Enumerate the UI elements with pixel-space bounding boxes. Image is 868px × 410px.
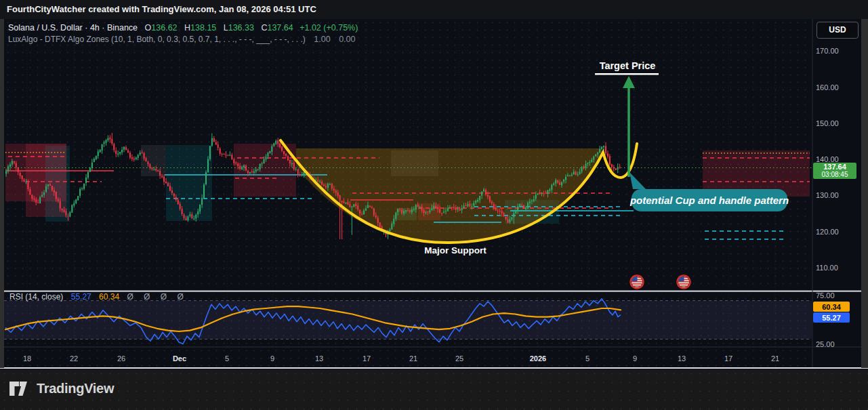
svg-text:9: 9	[633, 354, 637, 363]
change-value: +1.02 (+0.75%)	[299, 23, 358, 33]
symbol-legend-row[interactable]: Solana / U.S. Dollar · 4h · Binance O136…	[8, 22, 358, 33]
left-edge-strip	[0, 19, 4, 368]
open-value: 136.62	[151, 23, 177, 33]
economic-event-flag-icon[interactable]	[677, 275, 690, 288]
svg-text:5: 5	[225, 354, 229, 363]
svg-text:26: 26	[117, 354, 125, 363]
svg-text:120.00: 120.00	[816, 228, 839, 236]
svg-text:110.00: 110.00	[816, 264, 838, 272]
svg-text:Major Support: Major Support	[424, 245, 487, 255]
right-edge-strip	[861, 19, 868, 368]
svg-text:170.00: 170.00	[816, 47, 839, 55]
indicator-value-1: 1.00	[314, 35, 330, 44]
watermark-bar: FourthCityWatcher created with TradingVi…	[0, 0, 868, 19]
svg-text:13: 13	[678, 354, 686, 363]
watermark-text: FourthCityWatcher created with TradingVi…	[7, 4, 316, 14]
chart-canvas[interactable]: Target PriceMajor Supportpotential Cup a…	[0, 0, 868, 410]
low-value: 136.33	[228, 23, 254, 33]
svg-text:22: 22	[70, 354, 78, 363]
svg-text:03:08:45: 03:08:45	[822, 171, 848, 178]
svg-text:150.00: 150.00	[816, 119, 839, 127]
svg-text:17: 17	[724, 354, 732, 363]
indicator-legend-row[interactable]: LuxAlgo - DTFX Algo Zones (10, 1, Both, …	[8, 34, 358, 45]
svg-text:137.64: 137.64	[823, 163, 847, 171]
rsi-empty-values: Ø Ø Ø Ø	[127, 292, 187, 302]
rsi-value: 55.27	[71, 292, 91, 302]
indicator-value-2: 0.00	[339, 35, 355, 44]
svg-text:60.34: 60.34	[822, 303, 841, 311]
svg-text:21: 21	[771, 354, 779, 363]
price-axis[interactable]: 170.00160.00150.00140.00130.00120.00110.…	[816, 47, 839, 272]
indicator-title[interactable]: LuxAlgo - DTFX Algo Zones (10, 1, Both, …	[8, 35, 306, 44]
svg-text:13: 13	[315, 354, 323, 363]
svg-text:17: 17	[363, 354, 371, 363]
legend-panel: Solana / U.S. Dollar · 4h · Binance O136…	[8, 22, 358, 45]
svg-text:25.00: 25.00	[816, 340, 835, 348]
rsi-pane	[4, 301, 812, 340]
svg-text:75.00: 75.00	[816, 291, 835, 300]
rsi-ma-value: 60.34	[99, 292, 119, 302]
svg-text:55.27: 55.27	[822, 314, 841, 322]
high-label: H	[184, 23, 190, 33]
tradingview-brand: TradingView	[9, 381, 114, 396]
rsi-value-badge: 55.27	[813, 312, 850, 323]
svg-text:9: 9	[270, 354, 274, 363]
svg-text:Target Price: Target Price	[600, 60, 656, 71]
rsi-legend-row[interactable]: RSI (14, close) 55.27 60.34 Ø Ø Ø Ø	[9, 292, 188, 302]
rsi-title[interactable]: RSI (14, close)	[9, 292, 63, 302]
svg-text:5: 5	[585, 354, 590, 363]
high-value: 138.15	[190, 23, 216, 33]
svg-text:2026: 2026	[530, 354, 546, 363]
open-label: O	[145, 23, 152, 33]
svg-text:18: 18	[23, 354, 31, 363]
svg-text:130.00: 130.00	[816, 191, 839, 199]
rsi-value-badge: 60.34	[813, 302, 850, 312]
tradingview-app: FourthCityWatcher created with TradingVi…	[0, 0, 868, 410]
major-support-label[interactable]: Major Support	[424, 245, 487, 255]
svg-text:potential Cup and handle patte: potential Cup and handle pattern	[629, 194, 789, 206]
low-label: L	[224, 23, 228, 33]
close-value: 137.64	[267, 23, 293, 33]
svg-text:25: 25	[455, 354, 463, 363]
tradingview-brand-text: TradingView	[37, 381, 114, 396]
svg-text:21: 21	[409, 354, 417, 363]
symbol-title[interactable]: Solana / U.S. Dollar · 4h · Binance	[8, 23, 138, 33]
currency-toggle-button[interactable]: USD	[817, 22, 859, 39]
svg-text:160.00: 160.00	[816, 83, 839, 91]
tradingview-logo-icon	[9, 382, 30, 396]
footer-bar: TradingView	[0, 369, 868, 410]
time-axis[interactable]: 182226Dec5913172125202659131721	[23, 354, 779, 363]
last-price-badge: 137.6403:08:45	[813, 163, 856, 179]
currency-label: USD	[829, 25, 846, 35]
svg-text:Dec: Dec	[173, 354, 186, 363]
economic-event-flag-icon[interactable]	[630, 275, 643, 288]
target-price-label[interactable]: Target Price	[595, 60, 659, 75]
